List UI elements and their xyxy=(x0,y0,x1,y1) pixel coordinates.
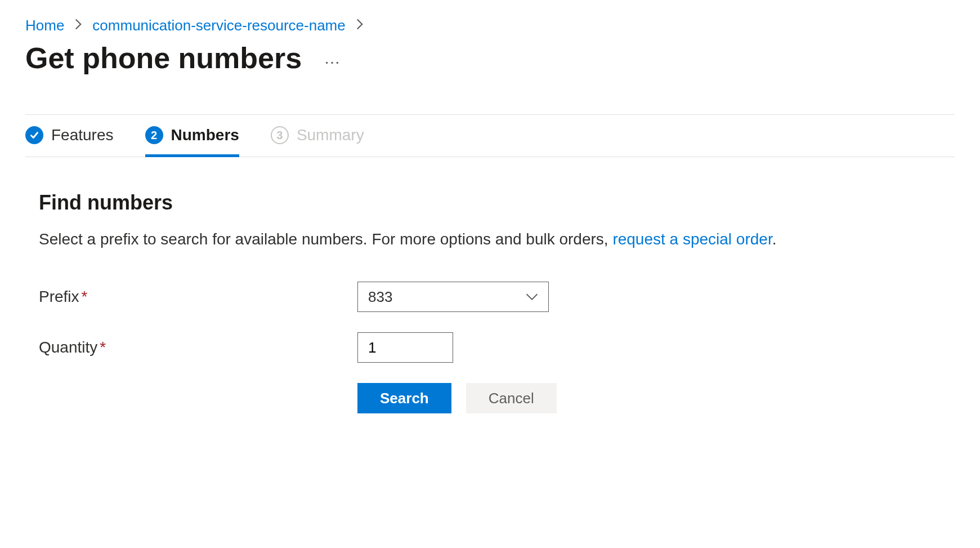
button-row: Search Cancel xyxy=(357,383,941,413)
page-title-row: Get phone numbers ⋯ xyxy=(25,41,955,75)
prefix-label-text: Prefix xyxy=(39,288,79,305)
tab-label: Features xyxy=(51,126,114,144)
required-indicator: * xyxy=(100,338,106,356)
tab-numbers[interactable]: 2 Numbers xyxy=(145,115,239,157)
more-options-icon[interactable]: ⋯ xyxy=(324,45,338,72)
quantity-label-text: Quantity xyxy=(39,338,97,356)
tab-label: Numbers xyxy=(171,126,239,144)
tab-features[interactable]: Features xyxy=(25,115,114,157)
quantity-label: Quantity* xyxy=(39,338,357,357)
prefix-value: 833 xyxy=(368,288,392,306)
form-row-prefix: Prefix* 833 xyxy=(39,282,941,312)
prefix-select[interactable]: 833 xyxy=(357,282,549,312)
chevron-right-icon xyxy=(356,19,364,33)
special-order-link[interactable]: request a special order xyxy=(612,230,772,248)
breadcrumb-home[interactable]: Home xyxy=(25,17,64,34)
breadcrumb-resource[interactable]: communication-service-resource-name xyxy=(92,17,345,34)
content-area: Find numbers Select a prefix to search f… xyxy=(25,157,955,413)
step-number-badge: 3 xyxy=(271,126,289,144)
cancel-button[interactable]: Cancel xyxy=(466,383,557,413)
tab-summary: 3 Summary xyxy=(271,115,364,157)
form-row-quantity: Quantity* xyxy=(39,332,941,363)
chevron-down-icon xyxy=(526,291,538,304)
breadcrumb: Home communication-service-resource-name xyxy=(25,17,955,34)
search-button[interactable]: Search xyxy=(357,383,451,413)
tab-label: Summary xyxy=(297,126,364,144)
prefix-label: Prefix* xyxy=(39,288,357,306)
description-text: Select a prefix to search for available … xyxy=(39,230,612,248)
chevron-right-icon xyxy=(74,19,82,33)
section-description: Select a prefix to search for available … xyxy=(39,228,941,250)
wizard-tabs: Features 2 Numbers 3 Summary xyxy=(25,114,955,157)
check-icon xyxy=(25,126,43,144)
step-number-badge: 2 xyxy=(145,126,163,144)
description-suffix: . xyxy=(772,230,777,248)
quantity-input[interactable] xyxy=(357,332,453,363)
section-title: Find numbers xyxy=(39,191,941,215)
prefix-select-wrapper: 833 xyxy=(357,282,549,312)
required-indicator: * xyxy=(82,288,88,305)
page-title: Get phone numbers xyxy=(25,41,302,75)
